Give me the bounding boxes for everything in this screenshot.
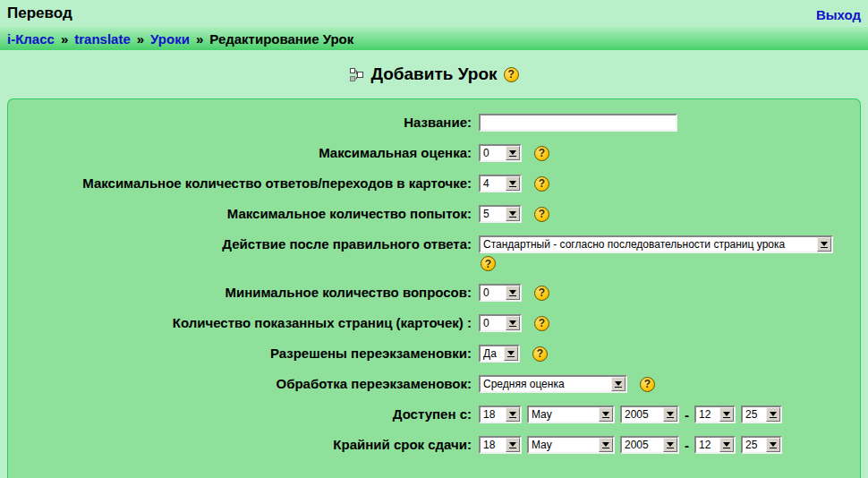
chevron-down-icon [506, 286, 520, 300]
form-row-min-questions: Минимальное количество вопросов: 0 ? [8, 284, 860, 302]
help-icon[interactable]: ? [532, 346, 548, 362]
chevron-down-icon [766, 407, 780, 422]
chevron-down-icon [506, 438, 520, 452]
help-icon[interactable]: ? [534, 207, 549, 222]
breadcrumb-current: Редактирование Урок [209, 31, 353, 47]
field-label: Действие после правильного ответа: [8, 235, 472, 252]
lesson-name-input[interactable] [479, 114, 677, 132]
form-row-name: Название: [8, 114, 860, 132]
breadcrumb: i-Класс » translate » Уроки » Редактиров… [0, 27, 868, 50]
lesson-settings-form: Название: Максимальная оценка: 0 ? Макси… [7, 98, 861, 478]
breadcrumb-link-home[interactable]: i-Класс [7, 31, 55, 47]
help-icon[interactable]: ? [504, 67, 519, 82]
field-label: Максимальное количество ответов/переходо… [8, 175, 472, 192]
breadcrumb-separator: » [196, 31, 203, 47]
chevron-down-icon [599, 438, 613, 452]
date-time-separator: - [685, 438, 689, 453]
field-label: Доступен с: [8, 405, 472, 423]
form-row-pages-to-show: Количество показанных страниц (карточек)… [8, 314, 860, 332]
field-label: Обработка переэкзаменовок: [8, 375, 472, 392]
form-row-max-grade: Максимальная оценка: 0 ? [8, 144, 860, 162]
help-icon[interactable]: ? [534, 146, 549, 161]
chevron-down-icon [766, 438, 780, 452]
action-after-correct-select[interactable]: Стандартный - согласно последовательност… [479, 235, 833, 253]
help-icon[interactable]: ? [534, 316, 549, 331]
help-icon[interactable]: ? [534, 176, 549, 192]
page-heading: Добавить Урок ? [0, 64, 868, 84]
deadline-minute-select[interactable]: 25 [741, 436, 782, 454]
breadcrumb-link-course[interactable]: translate [74, 31, 131, 47]
lesson-module-icon [349, 67, 364, 82]
form-row-available-from: Доступен с: 18 May 2005 - 12 25 [8, 405, 860, 423]
retakes-allowed-select[interactable]: Да [479, 345, 520, 363]
chevron-down-icon [506, 176, 520, 191]
form-row-max-answers: Максимальное количество ответов/переходо… [8, 175, 860, 192]
deadline-year-select[interactable]: 2005 [620, 436, 679, 454]
chevron-down-icon [506, 207, 520, 221]
deadline-hour-select[interactable]: 12 [694, 436, 736, 454]
form-row-retakes-allowed: Разрешены переэкзаменовки: Да ? [8, 345, 860, 363]
chevron-down-icon [611, 377, 625, 391]
available-from-minute-select[interactable]: 25 [741, 405, 782, 423]
top-bar: Перевод Выход [0, 0, 868, 27]
max-attempts-select[interactable]: 5 [479, 205, 522, 223]
breadcrumb-link-lessons[interactable]: Уроки [150, 31, 190, 47]
form-row-max-attempts: Максимальное количество попыток: 5 ? [8, 205, 860, 223]
field-label: Максимальное количество попыток: [8, 205, 472, 222]
field-label: Крайний срок сдачи: [8, 436, 472, 453]
field-label: Разрешены переэкзаменовки: [8, 345, 472, 362]
available-from-hour-select[interactable]: 12 [694, 405, 736, 423]
page-heading-title: Добавить Урок [370, 64, 497, 84]
field-label: Максимальная оценка: [8, 144, 472, 161]
retakes-handling-select[interactable]: Средняя оценка [479, 375, 627, 393]
field-label: Количество показанных страниц (карточек)… [8, 314, 472, 331]
breadcrumb-separator: » [137, 31, 144, 47]
chevron-down-icon [504, 346, 518, 361]
help-icon[interactable]: ? [481, 256, 496, 271]
chevron-down-icon [506, 407, 520, 422]
min-questions-select[interactable]: 0 [479, 284, 522, 302]
deadline-day-select[interactable]: 18 [479, 436, 522, 454]
help-icon[interactable]: ? [640, 377, 655, 392]
site-title: Перевод [7, 4, 72, 22]
chevron-down-icon [719, 407, 734, 422]
available-from-year-select[interactable]: 2005 [620, 405, 679, 423]
available-from-month-select[interactable]: May [527, 405, 615, 423]
max-grade-select[interactable]: 0 [479, 144, 522, 162]
form-row-deadline: Крайний срок сдачи: 18 May 2005 - 12 25 [8, 436, 860, 454]
chevron-down-icon [663, 438, 677, 452]
form-row-retakes-handling: Обработка переэкзаменовок: Средняя оценк… [8, 375, 860, 393]
field-label: Минимальное количество вопросов: [8, 284, 472, 301]
chevron-down-icon [719, 438, 734, 452]
date-time-separator: - [685, 407, 689, 423]
breadcrumb-separator: » [61, 31, 68, 47]
max-answers-select[interactable]: 4 [479, 175, 522, 192]
available-from-day-select[interactable]: 18 [479, 405, 522, 423]
chevron-down-icon [663, 407, 677, 422]
field-label: Название: [8, 114, 472, 131]
help-icon[interactable]: ? [534, 286, 549, 301]
pages-to-show-select[interactable]: 0 [479, 314, 522, 332]
logout-link[interactable]: Выход [816, 7, 861, 22]
form-row-action-after-correct: Действие после правильного ответа: Станд… [8, 235, 860, 271]
deadline-month-select[interactable]: May [527, 436, 615, 454]
chevron-down-icon [817, 237, 831, 252]
chevron-down-icon [506, 146, 520, 160]
chevron-down-icon [599, 407, 613, 422]
chevron-down-icon [506, 316, 520, 330]
